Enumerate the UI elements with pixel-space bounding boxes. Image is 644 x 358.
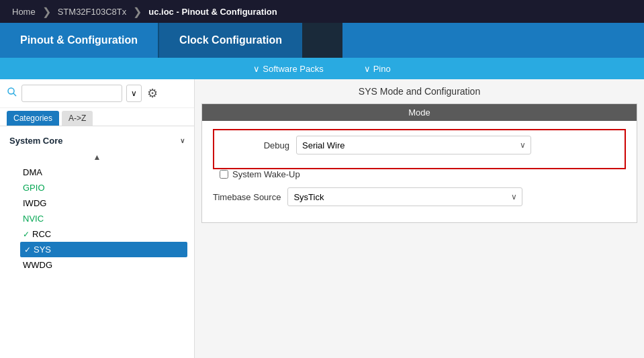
nav-up-arrow: ▲: [7, 150, 187, 165]
nav-item-gpio-label: GPIO: [23, 183, 45, 193]
debug-label: Debug: [222, 140, 289, 150]
nav-item-dma-label: DMA: [23, 167, 42, 177]
timebase-label: Timebase Source: [213, 192, 281, 202]
debug-select-wrapper: Serial Wire JTAG (5 pins) JTAG (4 pins) …: [296, 136, 531, 154]
nav-item-sys[interactable]: ✓ SYS: [20, 242, 187, 257]
tab-extra[interactable]: [302, 23, 342, 58]
breadcrumb-sep-1: ❯: [42, 5, 51, 18]
subtab-software-packs-label: Software Packs: [263, 64, 323, 74]
tab-categories[interactable]: Categories: [7, 111, 59, 126]
breadcrumb-bar: Home ❯ STM32F103C8Tx ❯ uc.ioc - Pinout &…: [0, 0, 644, 23]
search-input[interactable]: [21, 85, 122, 102]
nav-items-list: DMA GPIO IWDG NVIC ✓ RCC ✓ SYS: [7, 165, 187, 273]
panel-title: SYS Mode and Configuration: [195, 79, 644, 103]
timebase-select-wrapper: SysTick TIM1 TIM2: [287, 187, 522, 206]
tab-clock[interactable]: Clock Configuration: [159, 23, 302, 58]
nav-item-gpio[interactable]: GPIO: [20, 180, 187, 195]
subtab-pino[interactable]: ∨ Pino: [364, 64, 391, 74]
search-icon: [7, 87, 17, 100]
svg-line-1: [13, 93, 16, 96]
search-dropdown-button[interactable]: ∨: [126, 85, 142, 102]
nav-group-label: System Core: [9, 136, 62, 146]
right-panel: SYS Mode and Configuration Mode Debug Se…: [195, 79, 644, 358]
nav-item-iwdg[interactable]: IWDG: [20, 195, 187, 211]
wakeup-row: System Wake-Up: [213, 169, 626, 179]
debug-field-row: Debug Serial Wire JTAG (5 pins) JTAG (4 …: [222, 136, 616, 154]
main-content: ∨ ⚙ Categories A->Z System Core ∨ ▲ DMA …: [0, 79, 644, 358]
svg-point-0: [8, 88, 14, 94]
subtab-software-packs-chevron: ∨: [253, 64, 260, 74]
subtab-pino-label: Pino: [373, 64, 391, 74]
nav-item-rcc[interactable]: ✓ RCC: [20, 226, 187, 242]
nav-item-nvic-label: NVIC: [23, 214, 44, 224]
nav-item-wwdg-label: WWDG: [23, 260, 52, 270]
breadcrumb-home[interactable]: Home: [7, 7, 41, 17]
timebase-select[interactable]: SysTick TIM1 TIM2: [287, 187, 522, 206]
category-tabs: Categories A->Z: [0, 108, 194, 126]
timebase-field-row: Timebase Source SysTick TIM1 TIM2: [213, 187, 626, 206]
wakeup-checkbox[interactable]: [220, 170, 228, 179]
nav-item-wwdg[interactable]: WWDG: [20, 257, 187, 273]
breadcrumb-sep-2: ❯: [133, 5, 142, 18]
mode-section: Mode Debug Serial Wire JTAG (5 pins) JTA…: [201, 103, 637, 223]
nav-item-sys-label: SYS: [34, 244, 51, 255]
tab-pinout[interactable]: Pinout & Configuration: [0, 23, 158, 58]
rcc-check-icon: ✓: [23, 230, 30, 239]
mode-header: Mode: [202, 104, 637, 121]
mode-body: Debug Serial Wire JTAG (5 pins) JTAG (4 …: [202, 121, 637, 222]
nav-item-dma[interactable]: DMA: [20, 165, 187, 180]
nav-group-system-core[interactable]: System Core ∨: [7, 132, 187, 150]
sys-check-icon: ✓: [24, 245, 31, 255]
gear-icon[interactable]: ⚙: [147, 86, 158, 101]
debug-row: Debug Serial Wire JTAG (5 pins) JTAG (4 …: [213, 129, 626, 169]
nav-section: System Core ∨ ▲ DMA GPIO IWDG NVIC ✓: [0, 126, 194, 358]
sidebar: ∨ ⚙ Categories A->Z System Core ∨ ▲ DMA …: [0, 79, 195, 358]
search-bar: ∨ ⚙: [0, 79, 194, 108]
debug-select[interactable]: Serial Wire JTAG (5 pins) JTAG (4 pins) …: [296, 136, 531, 154]
subtab-pino-chevron: ∨: [364, 64, 371, 74]
breadcrumb-device[interactable]: STM32F103C8Tx: [52, 7, 132, 17]
nav-item-iwdg-label: IWDG: [23, 198, 46, 208]
tab-az[interactable]: A->Z: [62, 111, 93, 126]
subtab-software-packs[interactable]: ∨ Software Packs: [253, 64, 323, 74]
nav-item-nvic[interactable]: NVIC: [20, 211, 187, 226]
wakeup-label: System Wake-Up: [232, 169, 300, 179]
breadcrumb-current[interactable]: uc.ioc - Pinout & Configuration: [143, 7, 282, 17]
nav-group-chevron: ∨: [180, 137, 185, 144]
tab-bar: Pinout & Configuration Clock Configurati…: [0, 23, 644, 58]
nav-item-rcc-label: RCC: [32, 229, 51, 239]
subtab-bar: ∨ Software Packs ∨ Pino: [0, 58, 644, 79]
